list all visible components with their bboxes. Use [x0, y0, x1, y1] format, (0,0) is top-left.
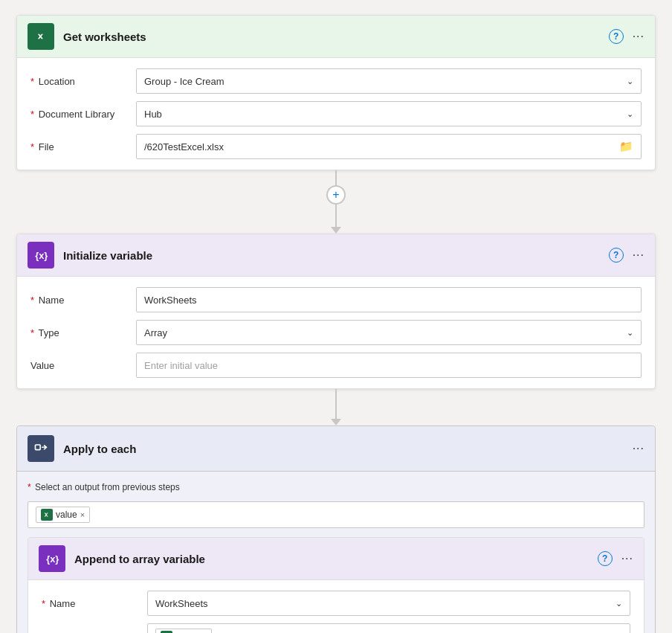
append-name-select[interactable]: WorkSheets ⌄ — [147, 591, 630, 616]
add-step-button-1[interactable]: + — [326, 185, 346, 205]
value-token-label: value — [56, 510, 77, 520]
value-token-close[interactable]: × — [80, 510, 85, 519]
file-value: /620TestExcel.xlsx — [144, 141, 224, 152]
append-value-row: * Value — [42, 623, 630, 633]
get-worksheets-more-icon[interactable]: ··· — [633, 30, 644, 43]
doc-library-control: Hub ⌄ — [136, 101, 642, 126]
var-type-label: * Type — [30, 327, 127, 338]
doc-library-value: Hub — [144, 109, 162, 120]
apply-to-each-more-icon[interactable]: ··· — [633, 442, 644, 455]
file-required: * — [30, 141, 34, 152]
append-variable-body: * Name WorkSheets ⌄ * — [28, 580, 644, 633]
variable-icon: {x} — [28, 242, 54, 269]
append-variable-actions: ? ··· — [598, 551, 633, 566]
apply-to-each-title: Apply to each — [63, 443, 624, 455]
var-type-row: * Type Array ⌄ — [30, 320, 642, 345]
append-value-input[interactable]: Name × — [147, 623, 630, 633]
append-name-label: * Name — [42, 598, 138, 609]
folder-icon[interactable]: 📁 — [619, 140, 633, 153]
select-output-required: * — [28, 482, 31, 492]
connector-line-1 — [335, 170, 337, 185]
value-token-excel-icon — [41, 509, 53, 521]
arrow-head-1 — [331, 227, 341, 234]
append-name-required: * — [42, 598, 45, 609]
append-name-value: WorkSheets — [155, 598, 208, 609]
get-worksheets-actions: ? ··· — [609, 29, 644, 44]
append-variable-icon: {x} — [39, 545, 65, 572]
append-name-chevron-icon: ⌄ — [616, 599, 622, 608]
var-type-select[interactable]: Array ⌄ — [136, 320, 642, 345]
var-value-label: Value — [30, 360, 127, 371]
apply-to-each-card: Apply to each ··· * Select an output fro… — [16, 425, 656, 633]
append-variable-title: Append to array variable — [74, 553, 589, 565]
doc-library-label: * Document Library — [30, 109, 127, 120]
init-variable-more-icon[interactable]: ··· — [633, 248, 644, 262]
var-type-control: Array ⌄ — [136, 320, 642, 345]
arrow-line-2 — [335, 389, 337, 419]
var-value-placeholder: Enter initial value — [144, 360, 218, 371]
location-value: Group - Ice Cream — [144, 76, 224, 87]
name-token: Name × — [155, 629, 212, 633]
append-variable-header: {x} Append to array variable ? ··· — [28, 538, 644, 580]
var-type-required: * — [30, 327, 34, 338]
file-input[interactable]: /620TestExcel.xlsx 📁 — [136, 134, 642, 159]
file-label: * File — [30, 141, 127, 152]
select-output-input[interactable]: value × — [28, 501, 644, 528]
arrow-head-2 — [331, 419, 341, 425]
init-variable-body: * Name WorkSheets * Type Array — [17, 277, 655, 388]
append-value-control: Name × — [147, 623, 630, 633]
location-chevron-icon: ⌄ — [627, 77, 633, 86]
apply-to-each-actions: ··· — [633, 442, 644, 455]
doc-library-row: * Document Library Hub ⌄ — [30, 101, 642, 126]
svg-rect-2 — [36, 445, 41, 450]
arrow-2 — [331, 389, 341, 425]
location-label: * Location — [30, 76, 127, 87]
svg-text:{x}: {x} — [35, 250, 48, 261]
get-worksheets-body: * Location Group - Ice Cream ⌄ * Documen… — [17, 58, 655, 170]
apply-to-each-header: Apply to each ··· — [17, 426, 655, 472]
file-control: /620TestExcel.xlsx 📁 — [136, 134, 642, 159]
var-name-label: * Name — [30, 295, 127, 306]
get-worksheets-title: Get worksheets — [63, 30, 600, 43]
var-value-input[interactable]: Enter initial value — [136, 353, 642, 378]
var-type-value: Array — [144, 327, 167, 338]
apply-icon — [28, 435, 54, 462]
init-variable-header: {x} Initialize variable ? ··· — [17, 234, 655, 277]
var-name-value: WorkSheets — [144, 295, 197, 306]
flow-container: Get worksheets ? ··· * Location Group - … — [16, 15, 656, 633]
svg-text:{x}: {x} — [46, 553, 59, 565]
init-variable-help-icon[interactable]: ? — [609, 248, 624, 263]
append-name-control: WorkSheets ⌄ — [147, 591, 630, 616]
doc-library-select[interactable]: Hub ⌄ — [136, 101, 642, 126]
arrow-line-1 — [335, 205, 337, 227]
append-name-row: * Name WorkSheets ⌄ — [42, 591, 630, 616]
var-name-input[interactable]: WorkSheets — [136, 287, 642, 312]
init-variable-actions: ? ··· — [609, 248, 644, 263]
file-row: * File /620TestExcel.xlsx 📁 — [30, 134, 642, 159]
arrow-1 — [331, 205, 341, 234]
location-select[interactable]: Group - Ice Cream ⌄ — [136, 68, 642, 94]
select-output-label: * Select an output from previous steps — [28, 482, 644, 492]
doc-library-required: * — [30, 109, 34, 120]
append-variable-more-icon[interactable]: ··· — [621, 552, 633, 565]
var-value-control: Enter initial value — [136, 353, 642, 378]
var-value-row: Value Enter initial value — [30, 353, 642, 378]
connector-1: + — [326, 170, 346, 234]
location-row: * Location Group - Ice Cream ⌄ — [30, 68, 642, 94]
var-name-control: WorkSheets — [136, 287, 642, 312]
svg-rect-3 — [42, 510, 51, 519]
append-variable-help-icon[interactable]: ? — [598, 551, 613, 566]
apply-to-each-body: * Select an output from previous steps v… — [17, 472, 655, 633]
location-required: * — [30, 76, 34, 87]
get-worksheets-header: Get worksheets ? ··· — [17, 16, 655, 58]
location-control: Group - Ice Cream ⌄ — [136, 68, 642, 94]
init-variable-title: Initialize variable — [63, 249, 600, 262]
append-variable-card: {x} Append to array variable ? ··· * Na — [28, 537, 644, 633]
var-name-row: * Name WorkSheets — [30, 287, 642, 312]
doc-library-chevron-icon: ⌄ — [627, 109, 633, 119]
var-type-chevron-icon: ⌄ — [627, 328, 633, 338]
excel-icon — [28, 23, 54, 50]
get-worksheets-help-icon[interactable]: ? — [609, 29, 624, 44]
init-variable-card: {x} Initialize variable ? ··· * Name Wor… — [16, 234, 656, 389]
value-token: value × — [36, 507, 90, 523]
